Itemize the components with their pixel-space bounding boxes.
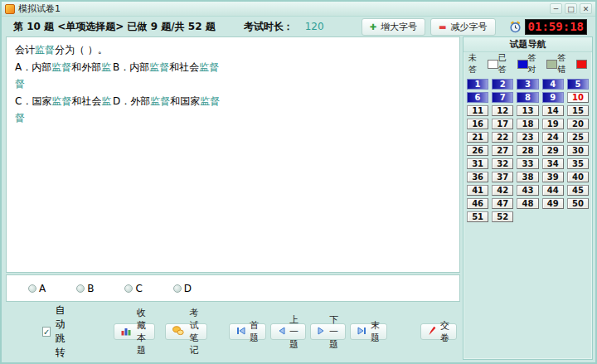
- option-segment: 和外部: [71, 61, 101, 73]
- nav-question-34[interactable]: 34: [542, 158, 564, 169]
- next-question-button[interactable]: 下一题: [310, 323, 346, 340]
- question-panel: 会计监督分为（ ）。 A．内部监督和外部监督B．内部监督和社会监督C．国家监督和…: [6, 36, 460, 273]
- nav-question-43[interactable]: 43: [517, 185, 538, 196]
- nav-question-49[interactable]: 49: [542, 198, 564, 209]
- nav-question-3[interactable]: 3: [517, 79, 538, 90]
- previous-question-button[interactable]: 上一题: [270, 323, 306, 340]
- app-window: 模拟试卷1 ─ □ ✕ 第 10 题 <单项选择题> 已做 9 题/共 52 题…: [0, 0, 597, 364]
- nav-question-20[interactable]: 20: [567, 119, 589, 129]
- nav-question-7[interactable]: 7: [492, 92, 513, 103]
- question-options: A．内部监督和外部监督B．内部监督和社会监督C．国家监督和社会监督D．外部监督和…: [15, 60, 451, 127]
- checkbox-check-icon: ✓: [42, 327, 51, 337]
- legend-item: 答错: [557, 52, 587, 75]
- nav-question-31[interactable]: 31: [467, 158, 488, 169]
- question-progress: 第 10 题 <单项选择题> 已做 9 题/共 52 题: [13, 20, 216, 34]
- nav-question-26[interactable]: 26: [467, 145, 488, 156]
- decrease-font-button[interactable]: ▬ 减少字号: [430, 18, 495, 36]
- nav-question-10[interactable]: 10: [567, 92, 589, 103]
- nav-question-18[interactable]: 18: [517, 119, 538, 129]
- nav-question-36[interactable]: 36: [467, 172, 488, 182]
- nav-question-14[interactable]: 14: [542, 105, 564, 116]
- answer-radio-A[interactable]: A: [28, 283, 46, 294]
- nav-question-21[interactable]: 21: [467, 132, 488, 143]
- favorite-question-button[interactable]: 收藏本题: [114, 323, 155, 340]
- next-label: 下一题: [329, 313, 338, 351]
- stem-segment: 监督: [35, 44, 55, 56]
- option-prefix: C．: [15, 95, 32, 107]
- nav-question-25[interactable]: 25: [567, 132, 589, 143]
- nav-question-47[interactable]: 47: [492, 198, 513, 209]
- legend-label: 已答: [498, 52, 515, 75]
- nav-question-15[interactable]: 15: [567, 105, 589, 116]
- maximize-icon[interactable]: □: [565, 3, 577, 14]
- nav-question-35[interactable]: 35: [567, 158, 589, 169]
- option-segment: 监督: [51, 61, 71, 73]
- nav-question-29[interactable]: 29: [542, 145, 564, 156]
- legend-item: 答对: [528, 52, 558, 75]
- nav-question-19[interactable]: 19: [542, 119, 564, 129]
- nav-question-41[interactable]: 41: [467, 185, 488, 196]
- nav-question-32[interactable]: 32: [492, 158, 513, 169]
- nav-question-38[interactable]: 38: [517, 172, 538, 182]
- nav-question-28[interactable]: 28: [517, 145, 538, 156]
- answer-radio-C[interactable]: C: [124, 283, 142, 294]
- nav-question-46[interactable]: 46: [467, 198, 488, 209]
- nav-question-48[interactable]: 48: [517, 198, 538, 209]
- nav-question-23[interactable]: 23: [517, 132, 538, 143]
- minimize-icon[interactable]: ─: [550, 3, 562, 14]
- option-prefix: B．: [113, 61, 129, 73]
- nav-question-39[interactable]: 39: [542, 172, 564, 182]
- answer-strip: ABCD: [6, 274, 460, 302]
- option-segment: 监督: [199, 61, 219, 73]
- nav-question-30[interactable]: 30: [567, 145, 589, 156]
- option-segment: 国家: [32, 95, 51, 107]
- nav-question-51[interactable]: 51: [467, 211, 488, 222]
- option-prefix: D．: [113, 95, 130, 107]
- nav-question-42[interactable]: 42: [492, 185, 513, 196]
- legend-label: 答错: [557, 52, 574, 75]
- answer-label: B: [87, 283, 94, 294]
- nav-question-37[interactable]: 37: [492, 172, 513, 182]
- submit-paper-button[interactable]: 交卷: [420, 323, 457, 340]
- nav-question-2[interactable]: 2: [492, 79, 513, 90]
- nav-question-24[interactable]: 24: [542, 132, 564, 143]
- nav-question-9[interactable]: 9: [542, 92, 564, 103]
- nav-question-5[interactable]: 5: [567, 79, 589, 90]
- nav-question-17[interactable]: 17: [492, 119, 513, 129]
- window-controls: ─ □ ✕: [550, 3, 592, 14]
- nav-question-12[interactable]: 12: [492, 105, 513, 116]
- option-segment: 监督: [51, 95, 71, 107]
- nav-question-13[interactable]: 13: [517, 105, 538, 116]
- option-segment: 监督: [200, 95, 220, 107]
- nav-question-27[interactable]: 27: [492, 145, 513, 156]
- last-question-button[interactable]: 末题: [350, 323, 387, 340]
- close-icon[interactable]: ✕: [580, 3, 592, 14]
- legend-swatch: [488, 60, 498, 69]
- answer-radio-B[interactable]: B: [76, 283, 94, 294]
- nav-question-6[interactable]: 6: [467, 92, 488, 103]
- nav-question-22[interactable]: 22: [492, 132, 513, 143]
- minus-icon: ▬: [439, 22, 446, 32]
- auto-jump-checkbox[interactable]: ✓ 自动跳转: [42, 303, 70, 360]
- nav-question-52[interactable]: 52: [492, 211, 513, 222]
- increase-font-button[interactable]: ✚ 增大字号: [362, 18, 425, 36]
- nav-question-45[interactable]: 45: [567, 185, 589, 196]
- exam-notes-button[interactable]: 考试笔记: [165, 323, 207, 340]
- nav-question-11[interactable]: 11: [467, 105, 488, 116]
- auto-jump-label: 自动跳转: [55, 303, 70, 360]
- first-question-button[interactable]: 首题: [229, 323, 266, 340]
- nav-question-33[interactable]: 33: [517, 158, 538, 169]
- question-option: A．内部监督和外部监督: [15, 60, 113, 93]
- question-navigator: 试题导航 未答已答答对答错 12345678910111213141516171…: [463, 36, 593, 360]
- nav-question-40[interactable]: 40: [567, 172, 589, 182]
- navigator-title: 试题导航: [464, 37, 592, 52]
- nav-question-44[interactable]: 44: [542, 185, 564, 196]
- duration-label: 考试时长：: [244, 20, 294, 34]
- favorite-icon: [121, 326, 131, 338]
- answer-radio-D[interactable]: D: [173, 283, 192, 294]
- nav-question-1[interactable]: 1: [467, 79, 488, 90]
- nav-question-4[interactable]: 4: [542, 79, 564, 90]
- nav-question-16[interactable]: 16: [467, 119, 488, 129]
- nav-question-8[interactable]: 8: [517, 92, 538, 103]
- nav-question-50[interactable]: 50: [567, 198, 589, 209]
